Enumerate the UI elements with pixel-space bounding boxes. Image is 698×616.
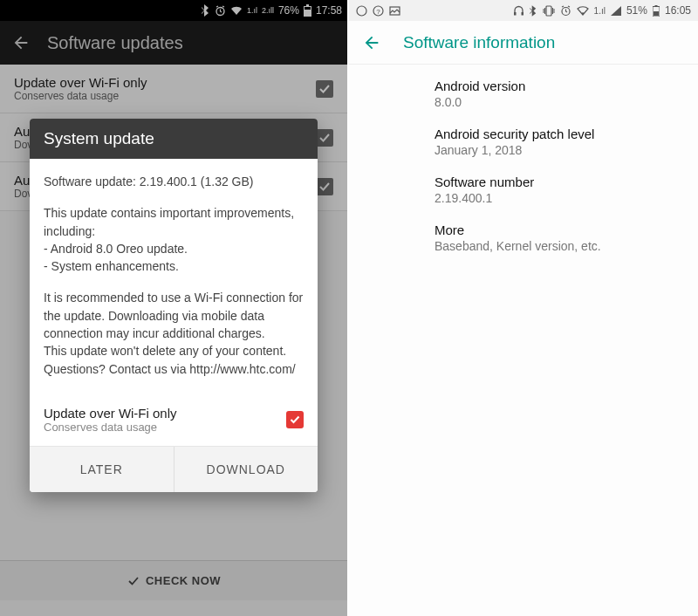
vibrate-icon: [543, 5, 555, 17]
later-button[interactable]: LATER: [30, 447, 174, 492]
dialog-version-line: Software update: 2.19.400.1 (1.32 GB): [44, 173, 304, 190]
info-security-patch[interactable]: Android security patch level January 1, …: [349, 113, 698, 161]
info-android-version[interactable]: Android version 8.0.0: [349, 65, 698, 113]
battery-pct: 51%: [626, 4, 647, 17]
dialog-wifi-notice: It is recommended to use a Wi-Fi connect…: [44, 289, 304, 377]
info-value: 8.0.0: [435, 95, 679, 109]
status-bar-right: ? 1.ıl 51% 16:05: [349, 0, 698, 21]
system-update-dialog: System update Software update: 2.19.400.…: [30, 119, 318, 492]
info-title: Android security patch level: [435, 127, 679, 141]
svg-rect-8: [514, 12, 517, 16]
back-arrow-icon[interactable]: [361, 32, 382, 53]
svg-point-4: [357, 6, 366, 16]
svg-rect-14: [654, 5, 657, 7]
option-title: Update over Wi-Fi only: [44, 406, 177, 421]
clock-time: 16:05: [665, 4, 691, 17]
alarm-icon: [560, 5, 571, 17]
signal-icon: 1.ıl: [594, 6, 606, 16]
help-icon: ?: [373, 5, 384, 17]
svg-point-12: [581, 12, 583, 14]
svg-text:?: ?: [376, 7, 380, 15]
left-phone-screen: 1.ıl 2.ıll 76% 17:58 Software updates Up…: [0, 0, 349, 616]
dialog-button-bar: LATER DOWNLOAD: [30, 446, 318, 492]
action-bar-right: Software information: [349, 21, 698, 65]
dialog-title: System update: [30, 119, 318, 159]
option-sub: Conserves data usage: [44, 421, 177, 434]
info-title: More: [435, 222, 679, 237]
info-more[interactable]: More Baseband, Kernel version, etc.: [349, 209, 698, 257]
svg-rect-10: [546, 6, 551, 16]
battery-icon: [653, 5, 660, 17]
wifi-icon: [577, 6, 589, 16]
info-value: 2.19.400.1: [435, 191, 679, 205]
image-icon: [389, 5, 400, 17]
compass-icon: [356, 5, 367, 17]
bluetooth-icon: [530, 5, 537, 17]
info-value: Baseband, Kernel version, etc.: [435, 239, 679, 253]
right-phone-screen: ? 1.ıl 51% 16:05 Software information: [349, 0, 698, 616]
checkbox-checked-red-icon[interactable]: [286, 411, 304, 428]
download-button[interactable]: DOWNLOAD: [174, 447, 318, 492]
dialog-wifi-only-option[interactable]: Update over Wi-Fi only Conserves data us…: [30, 399, 318, 446]
dialog-intro-text: This update contains important improveme…: [44, 204, 304, 275]
info-value: January 1, 2018: [435, 143, 679, 157]
page-title: Software information: [403, 33, 555, 52]
svg-rect-9: [521, 12, 524, 16]
info-title: Android version: [435, 79, 679, 93]
signal-icon-2: [611, 6, 621, 16]
svg-rect-15: [654, 11, 659, 16]
headphones-icon: [513, 5, 524, 17]
info-title: Software number: [435, 175, 679, 189]
info-software-number[interactable]: Software number 2.19.400.1: [349, 161, 698, 209]
